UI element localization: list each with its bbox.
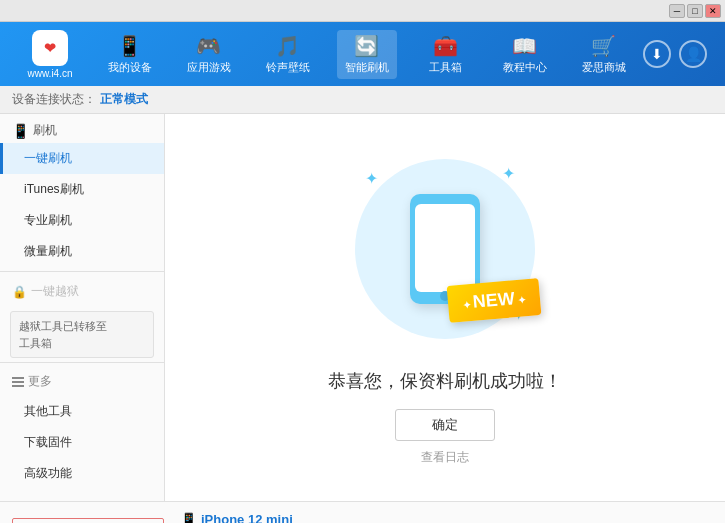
device-name: 📱 iPhone 12 mini: [180, 512, 293, 524]
device-name-text: iPhone 12 mini: [201, 512, 293, 523]
sidebar-more-title: 更多: [0, 367, 164, 396]
nav-app-game[interactable]: 🎮 应用游戏: [179, 30, 239, 79]
sidebar-item-other-tools[interactable]: 其他工具: [0, 396, 164, 427]
bottom-checkboxes: 自动继送 跳过向导: [12, 518, 164, 523]
download-fw-label: 下载固件: [24, 435, 72, 449]
nav-my-device-label: 我的设备: [108, 60, 152, 75]
advanced-label: 高级功能: [24, 466, 72, 480]
my-device-icon: 📱: [117, 34, 142, 58]
nav-bar: 📱 我的设备 🎮 应用游戏 🎵 铃声壁纸 🔄 智能刷机 🧰 工具箱 📖 教程中心…: [90, 30, 643, 79]
nav-tutorial[interactable]: 📖 教程中心: [495, 30, 555, 79]
sidebar-item-download-fw[interactable]: 下载固件: [0, 427, 164, 458]
nav-tutorial-label: 教程中心: [503, 60, 547, 75]
header: ❤ www.i4.cn 📱 我的设备 🎮 应用游戏 🎵 铃声壁纸 🔄 智能刷机 …: [0, 22, 725, 86]
toolbox-icon: 🧰: [433, 34, 458, 58]
status-label: 设备连接状态：: [12, 91, 96, 108]
main-container: 📱 刷机 一键刷机 iTunes刷机 专业刷机 微量刷机 🔒 一键越狱 越狱工具…: [0, 114, 725, 501]
confirm-button[interactable]: 确定: [395, 409, 495, 441]
main-content: ✦ ✦ ✦ NEW 恭喜您，保资料刷机成功啦！ 确定 查看日志: [165, 114, 725, 501]
other-tools-label: 其他工具: [24, 404, 72, 418]
more-label: 更多: [28, 373, 52, 390]
sidebar-item-one-key-flash[interactable]: 一键刷机: [0, 143, 164, 174]
sidebar-divider-2: [0, 362, 164, 363]
jailbreak-label: 一键越狱: [31, 283, 79, 300]
header-right-buttons: ⬇ 👤: [643, 40, 707, 68]
sidebar-item-advanced[interactable]: 高级功能: [0, 458, 164, 489]
nav-smart-flash-label: 智能刷机: [345, 60, 389, 75]
sparkle-icon-tl: ✦: [365, 169, 378, 188]
three-line-icon: [12, 377, 24, 387]
sidebar-item-itunes-flash[interactable]: iTunes刷机: [0, 174, 164, 205]
store-icon: 🛒: [591, 34, 616, 58]
nav-toolbox-label: 工具箱: [429, 60, 462, 75]
logo-icon: ❤: [32, 30, 68, 66]
nav-app-game-label: 应用游戏: [187, 60, 231, 75]
nav-my-device[interactable]: 📱 我的设备: [100, 30, 160, 79]
phone-illustration: ✦ ✦ ✦ NEW: [345, 149, 545, 349]
nav-ringtone-label: 铃声壁纸: [266, 60, 310, 75]
sidebar: 📱 刷机 一键刷机 iTunes刷机 专业刷机 微量刷机 🔒 一键越狱 越狱工具…: [0, 114, 165, 501]
title-bar: ─ □ ✕: [0, 0, 725, 22]
bottom-bar: 自动继送 跳过向导 📱 iPhone 12 mini 64GB Down-12m…: [0, 501, 725, 523]
device-info: 📱 iPhone 12 mini 64GB Down-12mini-13,1: [180, 512, 293, 524]
user-button[interactable]: 👤: [679, 40, 707, 68]
device-phone-icon: 📱: [180, 512, 197, 524]
itunes-flash-label: iTunes刷机: [24, 182, 84, 196]
sidebar-section-flash: 📱 刷机: [0, 114, 164, 143]
sidebar-divider-1: [0, 271, 164, 272]
micro-flash-label: 微量刷机: [24, 244, 72, 258]
smart-flash-icon: 🔄: [354, 34, 379, 58]
nav-store[interactable]: 🛒 爱思商城: [574, 30, 634, 79]
sidebar-item-micro-flash[interactable]: 微量刷机: [0, 236, 164, 267]
nav-ringtone[interactable]: 🎵 铃声壁纸: [258, 30, 318, 79]
app-game-icon: 🎮: [196, 34, 221, 58]
one-key-flash-label: 一键刷机: [24, 151, 72, 165]
close-button[interactable]: ✕: [705, 4, 721, 18]
logo-text: www.i4.cn: [27, 68, 72, 79]
download-button[interactable]: ⬇: [643, 40, 671, 68]
nav-smart-flash[interactable]: 🔄 智能刷机: [337, 30, 397, 79]
sidebar-warning-text: 越狱工具已转移至工具箱: [19, 320, 107, 349]
tutorial-icon: 📖: [512, 34, 537, 58]
logo: ❤ www.i4.cn: [10, 30, 90, 79]
pro-flash-label: 专业刷机: [24, 213, 72, 227]
status-value: 正常模式: [100, 91, 148, 108]
sidebar-warning-box: 越狱工具已转移至工具箱: [10, 311, 154, 358]
nav-store-label: 爱思商城: [582, 60, 626, 75]
minimize-button[interactable]: ─: [669, 4, 685, 18]
success-message: 恭喜您，保资料刷机成功啦！: [328, 369, 562, 393]
status-bar: 设备连接状态： 正常模式: [0, 86, 725, 114]
phone-screen: [415, 204, 475, 292]
window-controls: ─ □ ✕: [669, 4, 721, 18]
sidebar-section-label: 刷机: [33, 122, 57, 139]
ringtone-icon: 🎵: [275, 34, 300, 58]
new-badge: NEW: [447, 278, 541, 323]
flash-section-icon: 📱: [12, 123, 29, 139]
log-link[interactable]: 查看日志: [421, 449, 469, 466]
sparkle-icon-tr: ✦: [502, 164, 515, 183]
lock-icon: 🔒: [12, 285, 27, 299]
sidebar-item-jailbreak: 🔒 一键越狱: [0, 276, 164, 307]
sidebar-item-pro-flash[interactable]: 专业刷机: [0, 205, 164, 236]
maximize-button[interactable]: □: [687, 4, 703, 18]
nav-toolbox[interactable]: 🧰 工具箱: [416, 30, 476, 79]
